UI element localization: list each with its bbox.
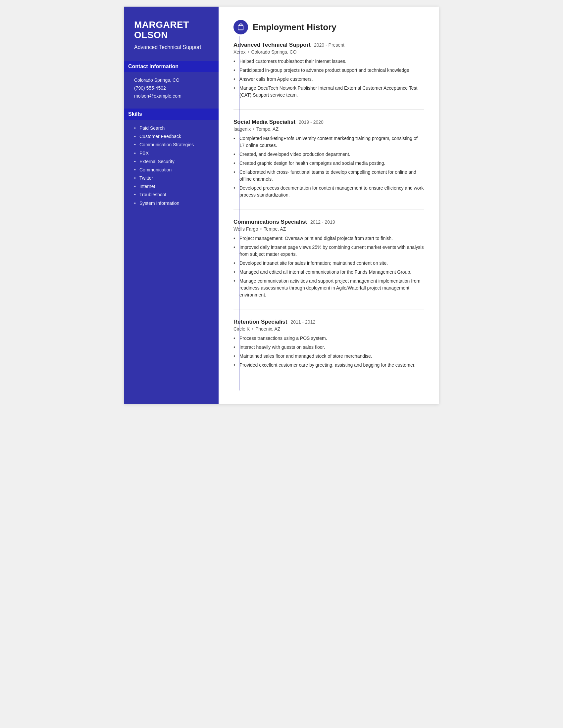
job-years: 2011 - 2012 <box>291 319 315 325</box>
candidate-name: MARGARET OLSON <box>134 20 209 40</box>
job-company-line: Xerox•Colorado Springs, CO <box>233 49 424 55</box>
separator: • <box>260 226 261 232</box>
job-location: Colorado Springs, CO <box>251 49 297 55</box>
job-bullets: Project management: Oversaw print and di… <box>233 235 424 298</box>
bullet-item: Helped customers troubleshoot their inte… <box>233 58 424 65</box>
bullet-item: Project management: Oversaw print and di… <box>233 235 424 242</box>
job-years: 2012 - 2019 <box>310 219 335 225</box>
contact-section: Contact Information Colorado Springs, CO… <box>134 61 209 99</box>
job-title: Retention Specialist <box>233 319 287 325</box>
skill-item: Communication Strategies <box>134 142 209 148</box>
job-company: Isagenix <box>233 126 251 132</box>
job-header: Communications Specialist2012 - 2019 <box>233 219 424 225</box>
resume-container: MARGARET OLSON Advanced Technical Suppor… <box>124 7 439 404</box>
section-title: Employment History <box>253 22 337 32</box>
job-divider <box>233 209 424 209</box>
skill-item: System Information <box>134 200 209 206</box>
separator: • <box>252 326 253 332</box>
contact-location: Colorado Springs, CO <box>134 77 209 83</box>
bullet-item: Created graphic design for health campai… <box>233 160 424 167</box>
job-company-line: Wells Fargo•Tempe, AZ <box>233 226 424 232</box>
skill-item: Twitter <box>134 175 209 181</box>
bullet-item: Provided excellent customer care by gree… <box>233 362 424 369</box>
candidate-title: Advanced Technical Support <box>134 44 209 51</box>
skill-item: Troubleshoot <box>134 192 209 198</box>
job-company-line: Isagenix•Tempe, AZ <box>233 126 424 132</box>
job-company: Circle K <box>233 326 250 332</box>
sidebar: MARGARET OLSON Advanced Technical Suppor… <box>124 7 218 404</box>
bullet-item: Developed process documentation for cont… <box>233 185 424 199</box>
job-company-line: Circle K•Phoenix, AZ <box>233 326 424 332</box>
skill-item: External Security <box>134 159 209 164</box>
skill-item: Paid Search <box>134 125 209 131</box>
bullet-item: Managed and edited all internal communic… <box>233 269 424 276</box>
job-entry: Advanced Technical Support2020 - Present… <box>233 42 424 99</box>
bullet-item: Manage DocuTech Network Publisher Intern… <box>233 85 424 99</box>
job-entry: Retention Specialist2011 - 2012Circle K•… <box>233 319 424 369</box>
job-years: 2019 - 2020 <box>299 119 324 125</box>
job-company: Wells Fargo <box>233 226 258 232</box>
job-header: Advanced Technical Support2020 - Present <box>233 42 424 48</box>
skill-item: Customer Feedback <box>134 133 209 139</box>
separator: • <box>253 126 254 132</box>
job-entry: Communications Specialist2012 - 2019Well… <box>233 219 424 298</box>
employment-header-area: Employment History <box>233 20 424 34</box>
bullet-item: Process transactions using a POS system. <box>233 335 424 342</box>
job-title: Communications Specialist <box>233 219 307 225</box>
job-title: Advanced Technical Support <box>233 42 311 48</box>
main-content: Employment History Advanced Technical Su… <box>218 7 439 404</box>
briefcase-icon <box>237 23 244 31</box>
bullet-item: Maintained sales floor and managed stock… <box>233 353 424 360</box>
bullet-item: Answer calls from Apple customers. <box>233 76 424 83</box>
bullet-item: Manage communication activities and supp… <box>233 278 424 298</box>
skill-item: PBX <box>134 150 209 156</box>
job-title: Social Media Specialist <box>233 119 296 125</box>
bullet-item: Developed intranet site for sales inform… <box>233 260 424 267</box>
bullet-item: Completed MarketingProfs University cont… <box>233 135 424 149</box>
contact-phone: (790) 555-4502 <box>134 85 209 91</box>
skill-item: Internet <box>134 183 209 189</box>
job-header: Social Media Specialist2019 - 2020 <box>233 119 424 125</box>
bullet-item: Improved daily intranet page views 25% b… <box>233 244 424 258</box>
bullet-item: Interact heavily with guests on sales fl… <box>233 344 424 351</box>
job-location: Tempe, AZ <box>263 226 286 232</box>
skill-item: Communication <box>134 167 209 173</box>
job-bullets: Process transactions using a POS system.… <box>233 335 424 369</box>
job-divider <box>233 109 424 110</box>
job-location: Tempe, AZ <box>256 126 278 132</box>
contact-email: molson@example.com <box>134 93 209 99</box>
employment-icon <box>233 20 248 34</box>
job-divider <box>233 309 424 309</box>
skills-header: Skills <box>124 109 218 120</box>
contact-header: Contact Information <box>124 61 218 72</box>
bullet-item: Participated in-group projects to advanc… <box>233 67 424 74</box>
job-location: Phoenix, AZ <box>255 326 280 332</box>
separator: • <box>248 49 249 55</box>
jobs-container: Advanced Technical Support2020 - Present… <box>233 42 424 369</box>
job-header: Retention Specialist2011 - 2012 <box>233 319 424 325</box>
job-years: 2020 - Present <box>314 42 345 48</box>
bullet-item: Collaborated with cross- functional team… <box>233 169 424 183</box>
skills-list: Paid SearchCustomer FeedbackCommunicatio… <box>134 125 209 206</box>
bullet-item: Created, and developed video production … <box>233 151 424 158</box>
job-bullets: Completed MarketingProfs University cont… <box>233 135 424 199</box>
skills-section: Skills Paid SearchCustomer FeedbackCommu… <box>134 109 209 206</box>
job-entry: Social Media Specialist2019 - 2020Isagen… <box>233 119 424 199</box>
job-bullets: Helped customers troubleshoot their inte… <box>233 58 424 99</box>
